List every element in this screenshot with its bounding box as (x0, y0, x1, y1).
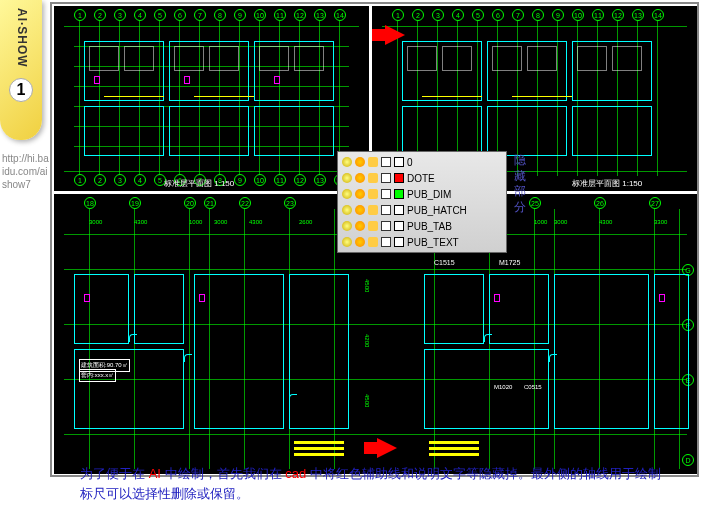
layer-row[interactable]: 0 (340, 154, 504, 170)
color-swatch[interactable] (394, 205, 404, 215)
lock-icon[interactable] (368, 205, 378, 215)
sun-icon[interactable] (355, 237, 365, 247)
color-swatch[interactable] (394, 157, 404, 167)
checkbox[interactable] (381, 189, 391, 199)
lock-icon[interactable] (368, 157, 378, 167)
color-swatch[interactable] (394, 221, 404, 231)
lightbulb-icon[interactable] (342, 189, 352, 199)
sun-icon[interactable] (355, 157, 365, 167)
checkbox[interactable] (381, 237, 391, 247)
lock-icon[interactable] (368, 237, 378, 247)
main-canvas: 1234567891011121314 1234567891011121314 … (50, 2, 699, 477)
lightbulb-icon[interactable] (342, 173, 352, 183)
layer-name: DOTE (407, 173, 502, 184)
layer-panel[interactable]: 0 DOTE PUB_DIM PUB_HATCH PUB_TAB PUB_TEX… (337, 151, 507, 253)
cad-view-top-left[interactable]: 1234567891011121314 1234567891011121314 … (54, 6, 369, 191)
layer-name: PUB_DIM (407, 189, 502, 200)
layer-name: 0 (407, 157, 502, 168)
layer-row[interactable]: PUB_DIM (340, 186, 504, 202)
drawing-title: 标准层平面图 1:150 (164, 178, 234, 189)
lock-icon[interactable] (368, 173, 378, 183)
color-swatch[interactable] (394, 173, 404, 183)
sun-icon[interactable] (355, 221, 365, 231)
annotation-label: 隐藏部分 (512, 153, 528, 215)
lock-icon[interactable] (368, 221, 378, 231)
layer-name: PUB_HATCH (407, 205, 502, 216)
step-number: 1 (9, 78, 33, 102)
layer-name: PUB_TAB (407, 221, 502, 232)
layer-row[interactable]: PUB_HATCH (340, 202, 504, 218)
lightbulb-icon[interactable] (342, 157, 352, 167)
lightbulb-icon[interactable] (342, 221, 352, 231)
checkbox[interactable] (381, 157, 391, 167)
checkbox[interactable] (381, 221, 391, 231)
color-swatch[interactable] (394, 189, 404, 199)
lock-icon[interactable] (368, 189, 378, 199)
sun-icon[interactable] (355, 173, 365, 183)
source-url: http://hi.baidu.com/aishow7 (0, 152, 50, 191)
caption-text: 为了便于在 AI 中绘制，首先我们在 cad 中将红色辅助线和说明文字等隐藏掉。… (50, 460, 697, 507)
checkbox[interactable] (381, 205, 391, 215)
layer-name: PUB_TEXT (407, 237, 502, 248)
red-arrow-head-icon (385, 25, 405, 45)
layer-row[interactable]: PUB_TAB (340, 218, 504, 234)
layer-row[interactable]: DOTE (340, 170, 504, 186)
layer-row[interactable]: PUB_TEXT (340, 234, 504, 250)
lightbulb-icon[interactable] (342, 205, 352, 215)
sun-icon[interactable] (355, 205, 365, 215)
tutorial-badge: AI·SHOW编译 1 (0, 0, 42, 140)
checkbox[interactable] (381, 173, 391, 183)
badge-title: AI·SHOW编译 (13, 8, 30, 70)
sidebar: AI·SHOW编译 1 http://hi.baidu.com/aishow7 (0, 0, 50, 200)
sun-icon[interactable] (355, 189, 365, 199)
lightbulb-icon[interactable] (342, 237, 352, 247)
color-swatch[interactable] (394, 237, 404, 247)
axis-marker: 1 (74, 9, 86, 21)
red-arrow-head-icon (377, 438, 397, 458)
